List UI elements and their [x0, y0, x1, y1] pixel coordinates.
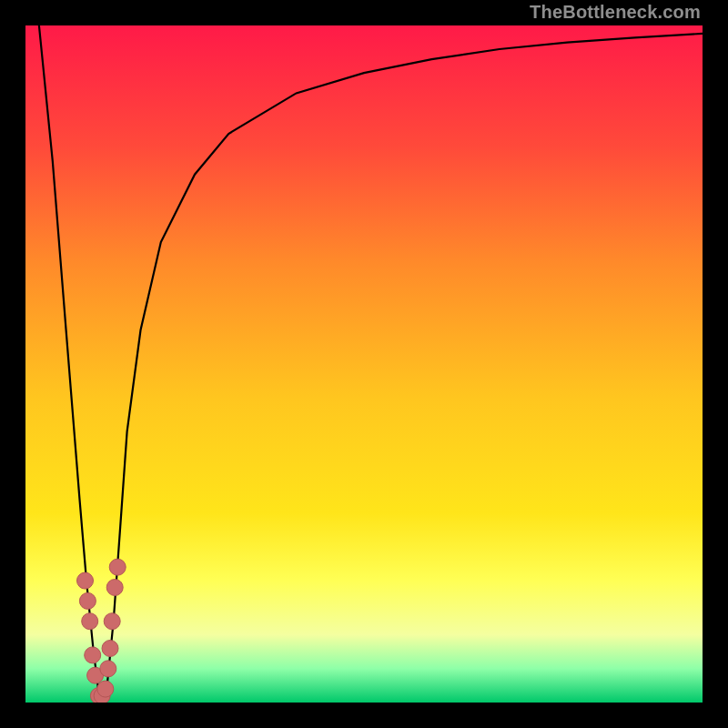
marker-point [77, 572, 94, 589]
marker-point [102, 641, 118, 657]
watermark: TheBottleneck.com [530, 2, 701, 23]
marker-point [104, 613, 120, 630]
marker-point [106, 580, 123, 596]
plot-area [25, 25, 703, 703]
marker-point [100, 661, 116, 677]
marker-point [97, 681, 114, 697]
bottleneck-curve [25, 25, 703, 703]
marker-point [109, 559, 126, 575]
marker-point [82, 613, 98, 630]
marker-point [85, 647, 101, 663]
marker-point [79, 592, 96, 609]
chart-frame: TheBottleneck.com [0, 0, 728, 728]
highlight-cluster [77, 559, 126, 703]
